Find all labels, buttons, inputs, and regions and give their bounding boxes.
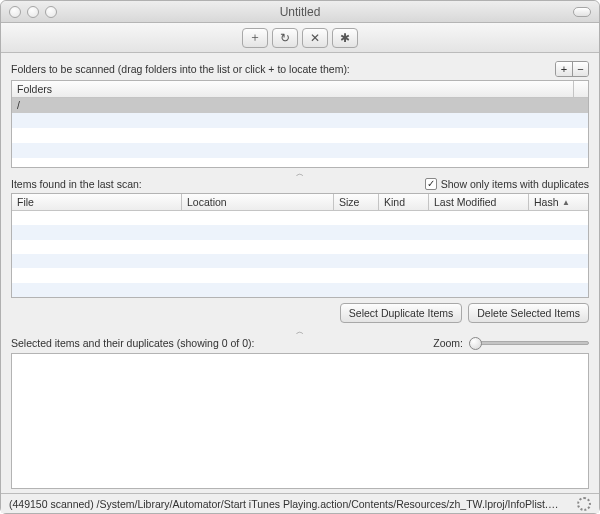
- folders-body: /: [12, 98, 588, 167]
- spinner-icon: [577, 497, 591, 511]
- delete-selected-button[interactable]: Delete Selected Items: [468, 303, 589, 323]
- preview-area[interactable]: [11, 353, 589, 489]
- show-only-dup-row: ✓ Show only items with duplicates: [425, 178, 589, 190]
- status-bar: (449150 scanned) /System/Library/Automat…: [1, 493, 599, 513]
- selected-label-row: Selected items and their duplicates (sho…: [11, 336, 589, 350]
- col-file[interactable]: File: [12, 194, 182, 210]
- folders-header[interactable]: Folders: [12, 81, 574, 97]
- folders-table[interactable]: Folders /: [11, 80, 589, 168]
- items-label-row: Items found in the last scan: ✓ Show onl…: [11, 178, 589, 190]
- titlebar: Untitled: [1, 1, 599, 23]
- remove-folder-button[interactable]: −: [572, 62, 588, 76]
- toolbar-toggle-pill[interactable]: [573, 7, 591, 17]
- col-hash[interactable]: Hash: [529, 194, 574, 210]
- table-row[interactable]: /: [12, 98, 588, 113]
- slider-track: [469, 341, 589, 345]
- stop-button[interactable]: ✕: [302, 28, 328, 48]
- folders-label-row: Folders to be scanned (drag folders into…: [11, 61, 589, 77]
- minimize-window-icon[interactable]: [27, 6, 39, 18]
- folders-pm-group: + −: [555, 61, 589, 77]
- table-row[interactable]: [12, 211, 588, 225]
- add-folder-button[interactable]: +: [556, 62, 572, 76]
- table-row[interactable]: [12, 128, 588, 143]
- col-last-modified[interactable]: Last Modified: [429, 194, 529, 210]
- show-only-dup-checkbox[interactable]: ✓: [425, 178, 437, 190]
- plus-icon: ＋: [249, 29, 261, 46]
- window-title: Untitled: [1, 5, 599, 19]
- refresh-button[interactable]: ↻: [272, 28, 298, 48]
- items-label: Items found in the last scan:: [11, 178, 142, 190]
- select-duplicate-button[interactable]: Select Duplicate Items: [340, 303, 462, 323]
- items-table[interactable]: File Location Size Kind Last Modified Ha…: [11, 193, 589, 298]
- scrollbar-header: [574, 194, 588, 210]
- slider-thumb[interactable]: [469, 337, 482, 350]
- table-row[interactable]: [12, 225, 588, 239]
- content-area: Folders to be scanned (drag folders into…: [1, 53, 599, 493]
- col-size[interactable]: Size: [334, 194, 379, 210]
- main-toolbar: ＋ ↻ ✕ ✱: [1, 23, 599, 53]
- table-row[interactable]: [12, 143, 588, 158]
- grip-icon: ︿: [296, 168, 304, 179]
- traffic-buttons: [1, 6, 57, 18]
- settings-button[interactable]: ✱: [332, 28, 358, 48]
- close-icon: ✕: [310, 31, 320, 45]
- items-body: [12, 211, 588, 297]
- grip-icon: ︿: [296, 326, 304, 337]
- zoom-label: Zoom:: [433, 337, 463, 349]
- selected-label: Selected items and their duplicates (sho…: [11, 337, 254, 349]
- col-location[interactable]: Location: [182, 194, 334, 210]
- zoom-window-icon[interactable]: [45, 6, 57, 18]
- table-row[interactable]: [12, 283, 588, 297]
- minus-icon: −: [577, 63, 583, 75]
- table-row[interactable]: [12, 268, 588, 282]
- table-row[interactable]: [12, 254, 588, 268]
- items-header-row: File Location Size Kind Last Modified Ha…: [12, 194, 588, 211]
- show-only-dup-label: Show only items with duplicates: [441, 178, 589, 190]
- gear-icon: ✱: [340, 31, 350, 45]
- refresh-icon: ↻: [280, 31, 290, 45]
- folders-header-row: Folders: [12, 81, 588, 98]
- items-action-row: Select Duplicate Items Delete Selected I…: [11, 303, 589, 323]
- add-button[interactable]: ＋: [242, 28, 268, 48]
- scrollbar-header: [574, 81, 588, 97]
- check-icon: ✓: [427, 179, 435, 189]
- close-window-icon[interactable]: [9, 6, 21, 18]
- col-kind[interactable]: Kind: [379, 194, 429, 210]
- folders-label: Folders to be scanned (drag folders into…: [11, 63, 350, 75]
- splitter-handle[interactable]: ︿: [11, 326, 589, 336]
- folder-path: /: [12, 98, 588, 113]
- plus-icon: +: [561, 63, 567, 75]
- status-text: (449150 scanned) /System/Library/Automat…: [9, 498, 559, 510]
- app-window: Untitled ＋ ↻ ✕ ✱ Folders to be scanned (…: [0, 0, 600, 514]
- table-row[interactable]: [12, 240, 588, 254]
- zoom-control: Zoom:: [433, 336, 589, 350]
- splitter-handle[interactable]: ︿: [11, 168, 589, 178]
- zoom-slider[interactable]: [469, 336, 589, 350]
- table-row[interactable]: [12, 113, 588, 128]
